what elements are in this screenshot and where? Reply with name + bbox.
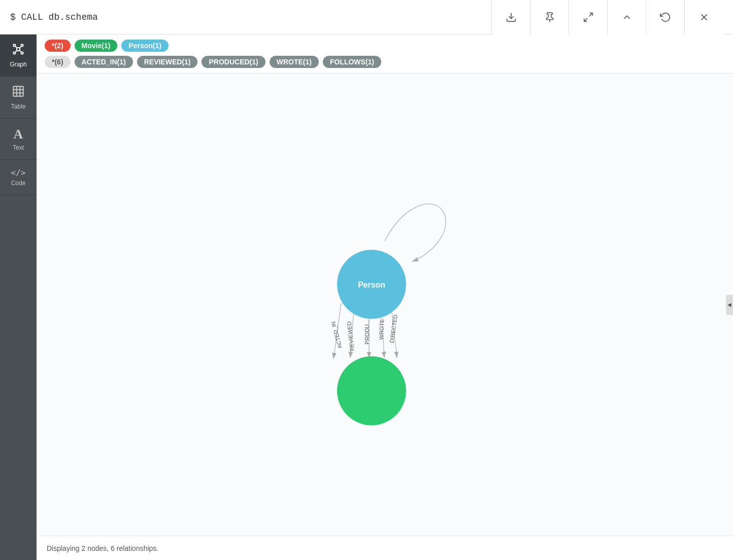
collapse-button[interactable] [607, 0, 646, 34]
graph-icon [12, 43, 25, 59]
text-icon: A [14, 127, 23, 142]
pin-button[interactable] [530, 0, 569, 34]
collapse-handle[interactable]: ◀ [726, 295, 733, 315]
svg-line-14 [16, 50, 17, 52]
svg-line-2 [589, 13, 592, 16]
svg-rect-15 [13, 86, 23, 96]
sidebar-label-code: Code [11, 180, 26, 187]
all-rels-badge[interactable]: *(6) [45, 56, 71, 68]
movie-nodes-badge[interactable]: Movie(1) [75, 40, 118, 52]
sidebar-item-code[interactable]: </> Code [0, 160, 37, 195]
status-text: Displaying 2 nodes, 6 relationships. [47, 544, 158, 552]
svg-line-3 [584, 18, 587, 21]
rel-filter-row: *(6) ACTED_IN(1) REVIEWED(1) PRODUCED(1)… [45, 56, 725, 68]
produced-badge[interactable]: PRODUCED(1) [202, 56, 265, 68]
reset-button[interactable] [646, 0, 684, 34]
all-nodes-badge[interactable]: *(2) [45, 40, 71, 52]
top-bar-actions [491, 0, 723, 34]
command-text: $ CALL db.schema [10, 12, 98, 22]
person-nodes-badge[interactable]: Person(1) [121, 40, 169, 52]
follows-badge[interactable]: FOLLOWS(1) [323, 56, 381, 68]
close-button[interactable] [684, 0, 723, 34]
sidebar-label-table: Table [11, 103, 26, 110]
svg-point-10 [13, 52, 15, 54]
graph-canvas[interactable]: DIRECTED WROTE PRODU... REVIEWED ACTED_I… [37, 74, 733, 536]
content-area: *(2) Movie(1) Person(1) *(6) ACTED_IN(1)… [37, 34, 733, 560]
top-bar: $ CALL db.schema [0, 0, 733, 34]
status-bar: Displaying 2 nodes, 6 relationships. [37, 536, 733, 560]
movie-node[interactable] [337, 357, 406, 426]
main-layout: Graph Table A Text </> Code [0, 34, 733, 560]
svg-text:WROTE: WROTE [378, 319, 385, 340]
svg-line-11 [16, 47, 17, 48]
sidebar-label-graph: Graph [10, 61, 26, 68]
svg-line-13 [19, 50, 21, 52]
sidebar-label-text: Text [13, 144, 24, 151]
node-filter-row: *(2) Movie(1) Person(1) [45, 40, 725, 52]
expand-button[interactable] [569, 0, 607, 34]
person-label: Person [358, 281, 385, 289]
svg-line-12 [19, 47, 21, 48]
svg-text:ACTED_IN: ACTED_IN [330, 321, 343, 349]
sidebar-item-table[interactable]: Table [0, 77, 37, 119]
svg-text:DIRECTED: DIRECTED [388, 314, 398, 343]
svg-point-8 [21, 44, 23, 46]
sidebar-item-graph[interactable]: Graph [0, 34, 37, 77]
sidebar: Graph Table A Text </> Code [0, 34, 37, 560]
svg-point-7 [13, 44, 15, 46]
reviewed-badge[interactable]: REVIEWED(1) [137, 56, 198, 68]
sidebar-item-text[interactable]: A Text [0, 119, 37, 160]
graph-svg: DIRECTED WROTE PRODU... REVIEWED ACTED_I… [37, 74, 733, 536]
svg-text:REVIEWED: REVIEWED [346, 321, 355, 352]
svg-point-9 [21, 52, 23, 54]
acted-in-badge[interactable]: ACTED_IN(1) [75, 56, 133, 68]
code-icon: </> [11, 168, 26, 178]
download-button[interactable] [491, 0, 530, 34]
wrote-badge[interactable]: WROTE(1) [270, 56, 319, 68]
svg-text:PRODU...: PRODU... [364, 320, 370, 344]
table-icon [12, 85, 25, 101]
filter-bar: *(2) Movie(1) Person(1) *(6) ACTED_IN(1)… [37, 34, 733, 74]
